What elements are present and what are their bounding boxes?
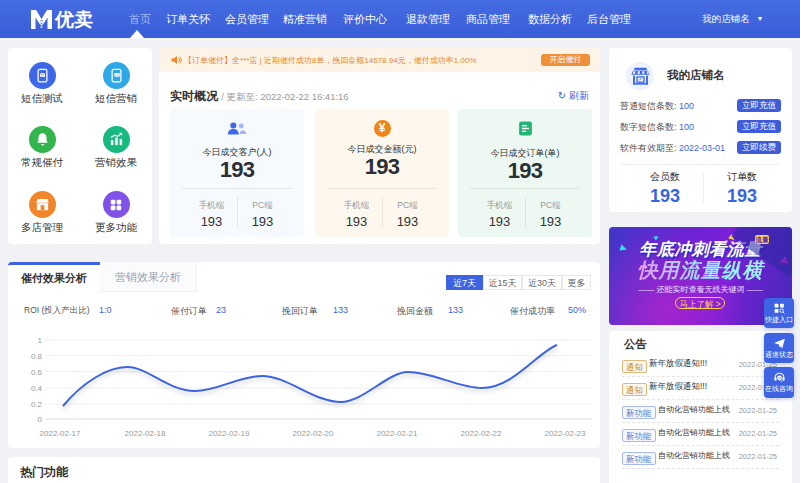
svg-text:0.4: 0.4 — [31, 384, 43, 393]
svg-text:1: 1 — [38, 336, 43, 345]
svg-text:2022-02-19: 2022-02-19 — [209, 429, 250, 438]
svg-text:2022-02-17: 2022-02-17 — [40, 429, 81, 438]
svg-text:0.2: 0.2 — [31, 400, 43, 409]
svg-text:2022-02-18: 2022-02-18 — [125, 429, 166, 438]
svg-text:2022-02-21: 2022-02-21 — [377, 429, 418, 438]
svg-text:2022-02-20: 2022-02-20 — [293, 429, 334, 438]
svg-text:0.8: 0.8 — [31, 352, 43, 361]
svg-text:2022-02-22: 2022-02-22 — [461, 429, 502, 438]
svg-text:0.6: 0.6 — [31, 368, 43, 377]
svg-text:0: 0 — [38, 415, 43, 424]
svg-text:2022-02-23: 2022-02-23 — [545, 429, 586, 438]
